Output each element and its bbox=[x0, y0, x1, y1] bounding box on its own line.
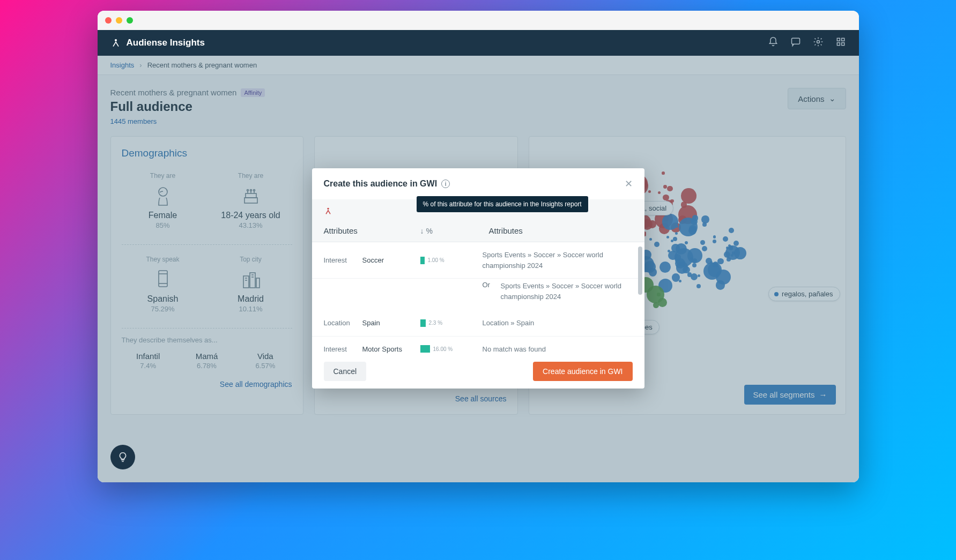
svg-point-23 bbox=[327, 208, 329, 210]
help-fab[interactable] bbox=[110, 445, 135, 469]
table-row: Interest Motor Sports 16.00 % No match w… bbox=[312, 337, 644, 355]
page-sup-title: Recent mothers & pregnant women bbox=[110, 88, 237, 97]
table-row: Interest Soccer 1.00 % Sports Events » S… bbox=[312, 242, 644, 279]
keyword-3: Vida bbox=[239, 352, 292, 361]
see-all-sources-link[interactable]: See all sources bbox=[455, 394, 507, 403]
age-pct: 43.13% bbox=[210, 221, 292, 229]
scrollbar-thumb[interactable] bbox=[638, 247, 642, 295]
apps-icon[interactable] bbox=[835, 36, 846, 49]
describe-label: They describe themselves as... bbox=[122, 336, 292, 344]
svg-rect-9 bbox=[246, 193, 256, 198]
tooltip: % of this attribute for this audience in… bbox=[417, 196, 588, 212]
svg-point-12 bbox=[253, 190, 255, 191]
brand-name: Audiense Insights bbox=[127, 38, 205, 48]
modal-col-attributes-left: Attributes bbox=[324, 226, 420, 235]
svg-rect-18 bbox=[256, 278, 260, 288]
chevron-down-icon: ⌄ bbox=[829, 94, 836, 103]
arrow-right-icon: → bbox=[819, 390, 827, 399]
lightbulb-icon bbox=[117, 451, 129, 463]
keyword-2-pct: 6.78% bbox=[180, 362, 233, 370]
see-all-segments-button[interactable]: See all segments → bbox=[744, 385, 835, 405]
label-they-are-gender: They are bbox=[122, 172, 204, 180]
gender-value: Female bbox=[122, 211, 204, 220]
demographics-panel: Demographics They are Female 85% They ar… bbox=[110, 136, 303, 415]
age-value: 18-24 years old bbox=[210, 211, 292, 220]
svg-rect-3 bbox=[837, 38, 840, 41]
svg-rect-1 bbox=[791, 38, 799, 44]
female-icon bbox=[122, 184, 204, 207]
bell-icon[interactable] bbox=[768, 36, 779, 49]
svg-point-2 bbox=[817, 41, 819, 43]
city-value: Madrid bbox=[210, 294, 292, 304]
keyword-2: Mamá bbox=[180, 352, 233, 361]
table-row: Or Sports Events » Soccer » Soccer world… bbox=[312, 279, 644, 310]
modal-col-attributes-right: Attributes bbox=[489, 226, 523, 235]
svg-point-0 bbox=[114, 39, 116, 41]
breadcrumb-current: Recent mothers & pregnant women bbox=[147, 61, 257, 69]
affinity-tag: Affinity bbox=[241, 88, 265, 97]
keyword-1-pct: 7.4% bbox=[122, 362, 175, 370]
city-pct: 10.11% bbox=[210, 305, 292, 313]
modal-title: Create this audience in GWI bbox=[324, 179, 438, 189]
page-title: Full audience bbox=[110, 99, 265, 114]
chevron-right-icon: › bbox=[139, 61, 142, 69]
chat-icon[interactable] bbox=[790, 36, 801, 49]
label-top-city: Top city bbox=[210, 256, 292, 263]
keyword-1: Infantil bbox=[122, 352, 175, 361]
svg-rect-8 bbox=[244, 198, 257, 203]
create-audience-button[interactable]: Create audience in GWI bbox=[533, 362, 632, 381]
svg-rect-6 bbox=[841, 43, 844, 46]
svg-rect-4 bbox=[841, 38, 844, 41]
svg-point-10 bbox=[247, 190, 248, 191]
gender-pct: 85% bbox=[122, 221, 204, 229]
table-row: Location Spain 2.3 % Location » Spain bbox=[312, 310, 644, 337]
keyword-3-pct: 6.57% bbox=[239, 362, 292, 370]
brand[interactable]: Audiense Insights bbox=[110, 38, 205, 48]
top-nav: Audiense Insights bbox=[98, 30, 859, 56]
gear-icon[interactable] bbox=[813, 36, 824, 49]
close-window-dot[interactable] bbox=[105, 17, 112, 24]
svg-rect-5 bbox=[837, 43, 840, 46]
close-icon[interactable]: ✕ bbox=[625, 178, 633, 190]
members-count[interactable]: 1445 members bbox=[110, 117, 265, 125]
cake-icon bbox=[210, 184, 292, 207]
segment-label-2[interactable]: regalos, pañales bbox=[768, 287, 840, 301]
demographics-title: Demographics bbox=[122, 147, 292, 159]
see-all-demographics-link[interactable]: See all demographics bbox=[220, 380, 292, 389]
breadcrumb-root[interactable]: Insights bbox=[110, 61, 135, 69]
brand-logo-icon bbox=[110, 38, 121, 48]
breadcrumb: Insights › Recent mothers & pregnant wom… bbox=[98, 56, 859, 75]
minimize-window-dot[interactable] bbox=[116, 17, 122, 24]
actions-button[interactable]: Actions ⌄ bbox=[788, 88, 846, 109]
label-they-are-age: They are bbox=[210, 172, 292, 180]
svg-point-11 bbox=[250, 190, 251, 191]
sort-pct-column[interactable]: ↓ % bbox=[420, 227, 433, 235]
create-gwi-modal: Create this audience in GWI i ✕ Attribut… bbox=[312, 168, 644, 389]
info-icon[interactable]: i bbox=[441, 180, 450, 188]
cancel-button[interactable]: Cancel bbox=[324, 362, 367, 381]
window-titlebar bbox=[98, 11, 859, 30]
label-they-speak: They speak bbox=[122, 256, 204, 263]
phone-icon bbox=[122, 267, 204, 291]
svg-rect-13 bbox=[159, 271, 167, 287]
buildings-icon bbox=[210, 267, 292, 291]
maximize-window-dot[interactable] bbox=[127, 17, 133, 24]
language-value: Spanish bbox=[122, 294, 204, 304]
language-pct: 75.29% bbox=[122, 305, 204, 313]
arrow-down-icon: ↓ bbox=[420, 227, 424, 235]
